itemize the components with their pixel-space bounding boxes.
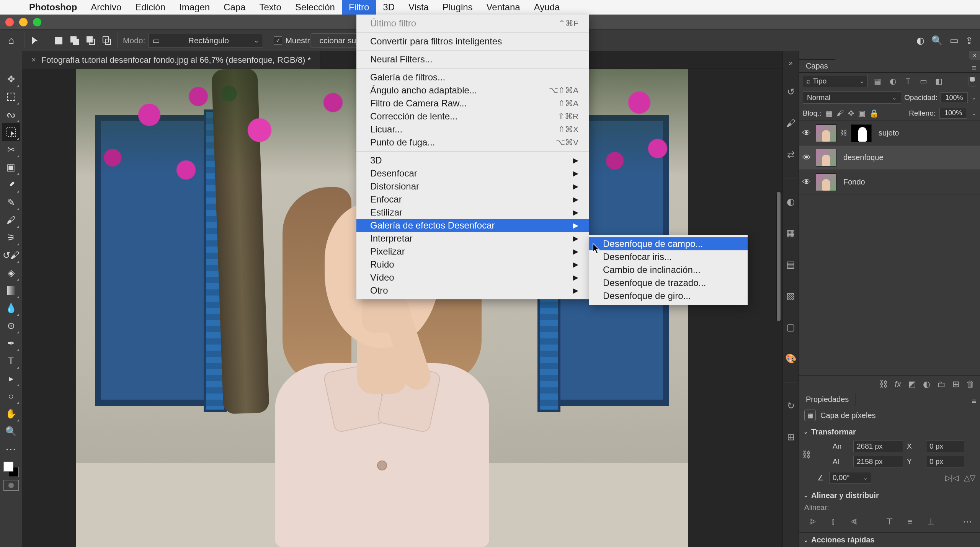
- menu-item-distort[interactable]: Distorsionar ▶: [356, 180, 589, 193]
- height-field[interactable]: 2158 px: [853, 456, 903, 467]
- layers-tab[interactable]: Capas: [799, 59, 835, 72]
- menu-item-field-blur[interactable]: Desenfoque de campo...: [589, 237, 748, 250]
- filter-smart-icon[interactable]: ◧: [933, 75, 944, 87]
- traffic-light-zoom[interactable]: [33, 18, 41, 26]
- menu-plugins[interactable]: Plugins: [436, 0, 480, 15]
- filter-shape-icon[interactable]: ▭: [918, 75, 929, 87]
- flip-horizontal-icon[interactable]: ▷|◁: [945, 473, 959, 482]
- app-name[interactable]: Photoshop: [22, 2, 84, 13]
- menu-ayuda[interactable]: Ayuda: [527, 0, 567, 15]
- color-panel-icon[interactable]: 🎨: [783, 351, 799, 367]
- blur-tool-icon[interactable]: 💧: [2, 299, 20, 317]
- cloud-docs-icon[interactable]: ◐: [916, 35, 924, 46]
- align-left-icon[interactable]: ⫸: [806, 515, 820, 529]
- menu-item-tilt-shift[interactable]: Cambio de inclinación...: [589, 263, 748, 276]
- opacity-field[interactable]: 100%: [941, 92, 968, 103]
- shape-mode-dropdown[interactable]: ▭ Rectángulo ⌄: [148, 34, 263, 47]
- menu-3d[interactable]: 3D: [376, 0, 402, 15]
- add-mask-icon[interactable]: ◩: [908, 379, 916, 389]
- layer-row[interactable]: 👁 desenfoque: [799, 145, 980, 170]
- menu-item-convert-smart[interactable]: Convertir para filtros inteligentes: [356, 35, 589, 48]
- hand-tool-icon[interactable]: ✋: [2, 405, 20, 423]
- eraser-tool-icon[interactable]: ◈: [2, 264, 20, 282]
- menu-item-filter-gallery[interactable]: Galería de filtros...: [356, 71, 589, 84]
- layer-kind-dropdown[interactable]: ⌕ Tipo ⌄: [803, 75, 868, 87]
- align-vcenter-icon[interactable]: ≡: [903, 515, 917, 529]
- group-layers-icon[interactable]: 🗀: [937, 379, 946, 389]
- new-layer-icon[interactable]: ⊞: [952, 379, 959, 389]
- adjustments-panel-icon[interactable]: ⇄: [783, 147, 799, 163]
- menu-item-lens-correction[interactable]: Corrección de lente... ⇧⌘R: [356, 110, 589, 123]
- filter-adjust-icon[interactable]: ◐: [887, 75, 898, 87]
- layer-name[interactable]: sujeto: [879, 129, 899, 137]
- layer-thumbnail[interactable]: [816, 173, 836, 191]
- quick-mask-toggle[interactable]: [3, 480, 19, 491]
- quick-actions-header[interactable]: ⌄ Acciones rápidas: [799, 532, 980, 547]
- canvas-vertical-scrollbar[interactable]: [776, 145, 782, 413]
- menu-item-liquify[interactable]: Licuar... ⇧⌘X: [356, 123, 589, 136]
- layer-row[interactable]: 👁 Fondo: [799, 170, 980, 194]
- menu-item-sharpen[interactable]: Enfocar ▶: [356, 193, 589, 206]
- layer-row[interactable]: 👁 ⛓ sujeto: [799, 121, 980, 145]
- lasso-tool-icon[interactable]: ᔓ: [2, 106, 20, 123]
- sample-all-checkbox[interactable]: ✓: [274, 36, 282, 45]
- layer-mask-thumbnail[interactable]: [851, 124, 872, 142]
- align-right-icon[interactable]: ⫷: [847, 515, 861, 529]
- blend-mode-dropdown[interactable]: Normal ⌄: [803, 91, 901, 104]
- filter-type-icon[interactable]: T: [902, 75, 914, 87]
- flip-vertical-icon[interactable]: △▽: [964, 473, 975, 482]
- menu-item-stylize[interactable]: Estilizar ▶: [356, 206, 589, 219]
- learn-panel-icon[interactable]: ⊞: [783, 429, 799, 445]
- share-icon[interactable]: ⇪: [965, 35, 973, 46]
- patterns-panel-icon[interactable]: ▤: [783, 256, 799, 273]
- lock-pixels-icon[interactable]: 🖌: [836, 109, 844, 118]
- y-field[interactable]: 0 px: [926, 456, 964, 467]
- traffic-light-close[interactable]: [5, 18, 14, 26]
- menu-item-camera-raw[interactable]: Filtro de Camera Raw... ⇧⌘A: [356, 97, 589, 110]
- align-hcenter-icon[interactable]: ⫿: [826, 515, 840, 529]
- brush-tool-icon[interactable]: 🖌: [2, 211, 20, 229]
- menu-item-spin-blur[interactable]: Desenfoque de giro...: [589, 289, 748, 302]
- menu-item-3d[interactable]: 3D ▶: [356, 154, 589, 167]
- menu-item-iris-blur[interactable]: Desenfocar iris...: [589, 250, 748, 263]
- link-layers-icon[interactable]: ⛓: [879, 379, 888, 389]
- panel-menu-icon[interactable]: ≡: [968, 64, 980, 72]
- chevron-down-icon[interactable]: ⌄: [972, 95, 976, 101]
- menu-item-wide-angle[interactable]: Ángulo ancho adaptable... ⌥⇧⌘A: [356, 84, 589, 97]
- x-field[interactable]: 0 px: [926, 441, 964, 452]
- eyedropper-tool-icon[interactable]: [2, 176, 20, 194]
- adjustment-layer-icon[interactable]: ◐: [923, 379, 930, 389]
- delete-layer-icon[interactable]: 🗑: [966, 379, 975, 389]
- align-more-icon[interactable]: ⋯: [963, 516, 973, 527]
- history-brush-tool-icon[interactable]: ↺🖌: [2, 247, 20, 264]
- filter-pixel-icon[interactable]: ▦: [872, 75, 883, 87]
- layer-name[interactable]: Fondo: [843, 178, 865, 186]
- expand-panels-chevron-icon[interactable]: »: [789, 59, 792, 67]
- color-swatches[interactable]: [3, 462, 19, 477]
- menu-item-last-filter[interactable]: Último filtro ⌃⌘F: [356, 17, 589, 30]
- align-bottom-icon[interactable]: ⊥: [924, 515, 938, 529]
- menu-item-neural-filters[interactable]: Neural Filters...: [356, 53, 589, 66]
- menu-vista[interactable]: Vista: [402, 0, 436, 15]
- mask-link-icon[interactable]: ⛓: [840, 129, 847, 137]
- menu-archivo[interactable]: Archivo: [84, 0, 128, 15]
- swatches-panel-icon[interactable]: ◐: [783, 194, 799, 210]
- gradient-tool-icon[interactable]: [2, 282, 20, 299]
- libraries-panel-icon[interactable]: ↻: [783, 398, 799, 414]
- layer-thumbnail[interactable]: [816, 149, 836, 167]
- scrollbar-thumb[interactable]: [776, 191, 781, 322]
- align-top-icon[interactable]: ⊤: [882, 515, 896, 529]
- pen-tool-icon[interactable]: ✒: [2, 335, 20, 352]
- lock-all-icon[interactable]: 🔒: [869, 109, 879, 118]
- menu-seleccion[interactable]: Selección: [288, 0, 342, 15]
- zoom-tool-icon[interactable]: 🔍: [2, 423, 20, 440]
- traffic-light-minimize[interactable]: [19, 18, 28, 26]
- crop-tool-icon[interactable]: ✂: [2, 141, 20, 158]
- menu-capa[interactable]: Capa: [217, 0, 252, 15]
- link-dimensions-icon[interactable]: ⛓: [799, 439, 814, 470]
- object-selection-tool-icon[interactable]: [2, 123, 20, 141]
- menu-item-blur[interactable]: Desenfocar ▶: [356, 167, 589, 180]
- close-icon[interactable]: ×: [31, 56, 36, 64]
- subtract-selection-icon[interactable]: [84, 34, 97, 47]
- clone-stamp-tool-icon[interactable]: ⚞: [2, 229, 20, 247]
